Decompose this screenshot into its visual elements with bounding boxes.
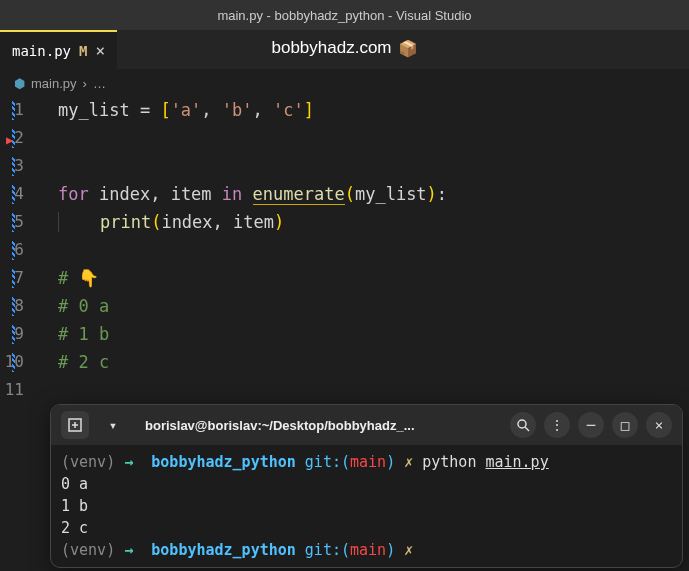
git-change-mark — [12, 240, 15, 260]
git-change-mark — [12, 296, 15, 316]
tab-modified-badge: M — [79, 43, 87, 59]
line-number: 1 — [0, 96, 24, 124]
git-change-mark — [12, 100, 15, 120]
watermark: bobbyhadz.com 📦 — [271, 38, 417, 58]
code-editor[interactable]: 1 2 3 4 5 6 7 8 9 10 11 ▶ my_list = ['a'… — [0, 96, 689, 404]
code-line — [58, 376, 689, 404]
git-change-mark — [12, 352, 15, 372]
chevron-down-icon[interactable]: ▾ — [99, 411, 127, 439]
terminal-window: ▾ borislav@borislav:~/Desktop/bobbyhadz_… — [50, 404, 683, 568]
line-number: 4 — [0, 180, 24, 208]
code-line: for index, item in enumerate(my_list): — [58, 180, 689, 208]
line-number: 8 — [0, 292, 24, 320]
line-number: 7 — [0, 264, 24, 292]
code-line — [58, 236, 689, 264]
svg-point-3 — [518, 420, 526, 428]
line-number: 9 — [0, 320, 24, 348]
chevron-right-icon: › — [83, 76, 87, 91]
editor-tab-main[interactable]: main.py M × — [0, 30, 117, 69]
line-number: 11 — [0, 376, 24, 404]
window-title: main.py - bobbyhadz_python - Visual Stud… — [217, 8, 471, 23]
terminal-output: 1 b — [61, 495, 672, 517]
terminal-body[interactable]: (venv) → bobbyhadz_python git:(main) ✗ p… — [51, 445, 682, 567]
git-change-mark — [12, 156, 15, 176]
git-change-mark — [12, 212, 15, 232]
new-tab-button[interactable] — [61, 411, 89, 439]
line-number: 5 — [0, 208, 24, 236]
terminal-line: (venv) → bobbyhadz_python git:(main) ✗ — [61, 539, 672, 561]
breadcrumb[interactable]: ⬢ main.py › … — [0, 70, 689, 96]
code-line: # 2 c — [58, 348, 689, 376]
box-icon: 📦 — [398, 39, 418, 58]
breadcrumb-more: … — [93, 76, 106, 91]
code-line: # 1 b — [58, 320, 689, 348]
terminal-line: (venv) → bobbyhadz_python git:(main) ✗ p… — [61, 451, 672, 473]
minimize-button[interactable]: ─ — [578, 412, 604, 438]
terminal-header: ▾ borislav@borislav:~/Desktop/bobbyhadz_… — [51, 405, 682, 445]
git-change-mark — [12, 324, 15, 344]
git-change-mark — [12, 184, 15, 204]
terminal-title: borislav@borislav:~/Desktop/bobbyhadz_..… — [137, 418, 500, 433]
svg-line-4 — [525, 427, 529, 431]
maximize-button[interactable]: □ — [612, 412, 638, 438]
code-line — [58, 124, 689, 152]
code-line: # 👇 — [58, 264, 689, 292]
close-button[interactable]: × — [646, 412, 672, 438]
terminal-output: 2 c — [61, 517, 672, 539]
python-file-icon: ⬢ — [14, 76, 25, 91]
window-title-bar: main.py - bobbyhadz_python - Visual Stud… — [0, 0, 689, 30]
terminal-output: 0 a — [61, 473, 672, 495]
code-line: print(index, item) — [58, 208, 689, 236]
code-line — [58, 152, 689, 180]
code-area[interactable]: ▶ my_list = ['a', 'b', 'c'] for index, i… — [30, 96, 689, 404]
menu-icon[interactable]: ⋮ — [544, 412, 570, 438]
line-number-gutter: 1 2 3 4 5 6 7 8 9 10 11 — [0, 96, 30, 404]
code-line: my_list = ['a', 'b', 'c'] — [58, 96, 689, 124]
editor-tab-bar: main.py M × bobbyhadz.com 📦 — [0, 30, 689, 70]
close-icon[interactable]: × — [95, 43, 105, 59]
breadcrumb-file: main.py — [31, 76, 77, 91]
code-line: # 0 a — [58, 292, 689, 320]
line-number: 6 — [0, 236, 24, 264]
git-change-mark — [12, 268, 15, 288]
breakpoint-marker[interactable]: ▶ — [6, 126, 13, 154]
line-number: 10 — [0, 348, 24, 376]
line-number: 3 — [0, 152, 24, 180]
watermark-text: bobbyhadz.com — [271, 38, 391, 58]
tab-label: main.py — [12, 43, 71, 59]
search-icon[interactable] — [510, 412, 536, 438]
